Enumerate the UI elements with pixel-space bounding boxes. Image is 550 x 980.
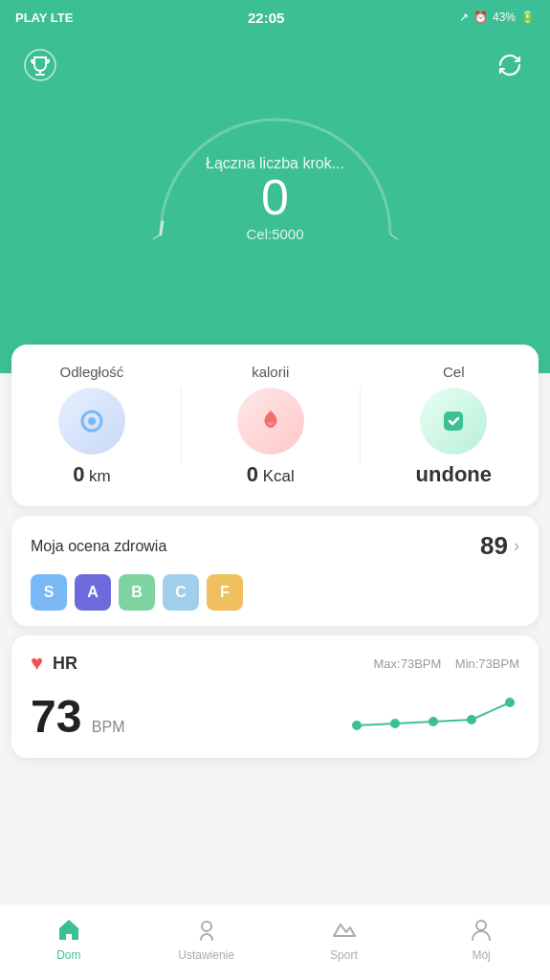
health-header: Moja ocena zdrowia 89 › xyxy=(31,531,519,561)
carrier-text: PLAY LTE xyxy=(15,11,73,25)
hr-unit: BPM xyxy=(92,719,125,735)
gauge-container: Łączna liczba krok... 0 Cel:5000 xyxy=(132,96,419,249)
svg-point-12 xyxy=(476,921,486,930)
location-icon: ↗ xyxy=(459,11,469,24)
grade-s-badge: S xyxy=(31,574,67,611)
hr-reading: 73 BPM xyxy=(31,690,125,743)
distance-stat: Odległość 0 km xyxy=(58,364,125,487)
hr-card: ♥ HR Max:73BPM Min:73BPM 73 BPM xyxy=(11,635,539,758)
divider-2 xyxy=(360,388,361,464)
sport-icon xyxy=(328,914,359,945)
bottom-nav: Dom Ustawienie Sport Mój xyxy=(0,903,550,980)
gauge-text: Łączna liczba krok... 0 Cel:5000 xyxy=(206,155,344,242)
distance-icon-circle xyxy=(58,388,125,455)
grade-b-badge: B xyxy=(119,574,155,611)
time-text: 22:05 xyxy=(248,10,284,26)
header-area xyxy=(0,34,550,86)
chevron-right-icon: › xyxy=(514,536,519,556)
nav-label-sport: Sport xyxy=(330,948,358,962)
hr-value: 73 xyxy=(31,691,81,742)
goal-icon-circle xyxy=(420,388,487,455)
grade-badges: S A B C F xyxy=(31,574,519,611)
svg-rect-5 xyxy=(444,412,463,431)
nav-item-sport[interactable]: Sport xyxy=(275,914,413,962)
nav-item-ustawienie[interactable]: Ustawienie xyxy=(138,914,275,962)
hr-title-row: ♥ HR xyxy=(31,651,77,676)
svg-point-0 xyxy=(25,50,55,80)
svg-line-1 xyxy=(153,234,161,239)
step-value: 0 xyxy=(206,172,344,222)
nav-item-moj[interactable]: Mój xyxy=(412,914,550,962)
calories-value: 0 Kcal xyxy=(247,462,295,487)
calories-icon-circle xyxy=(237,388,304,455)
distance-value: 0 km xyxy=(73,462,111,487)
hr-chart xyxy=(328,685,519,743)
stats-card: Odległość 0 km kalorii 0 Kc xyxy=(11,345,539,506)
distance-label: Odległość xyxy=(60,364,124,380)
svg-line-2 xyxy=(390,234,398,239)
svg-point-11 xyxy=(202,922,211,931)
svg-point-4 xyxy=(88,417,96,425)
hr-min: Min:73BPM xyxy=(455,657,519,671)
hero-section: Łączna liczba krok... 0 Cel:5000 xyxy=(0,86,550,373)
health-score-row[interactable]: 89 › xyxy=(480,531,519,561)
trophy-button[interactable] xyxy=(19,44,61,86)
ustawienie-icon xyxy=(191,914,222,945)
health-score-value: 89 xyxy=(480,531,508,561)
nav-item-dom[interactable]: Dom xyxy=(0,914,138,962)
grade-c-badge: C xyxy=(163,574,199,611)
calories-label: kalorii xyxy=(252,364,289,380)
grade-a-badge: A xyxy=(75,574,111,611)
divider-1 xyxy=(181,388,182,464)
heart-icon: ♥ xyxy=(31,651,43,676)
nav-label-dom: Dom xyxy=(56,948,80,962)
status-bar: PLAY LTE 22:05 ↗ ⏰ 43% 🔋 xyxy=(0,0,550,34)
calories-stat: kalorii 0 Kcal xyxy=(237,364,304,487)
health-title: Moja ocena zdrowia xyxy=(31,538,166,555)
grade-f-badge: F xyxy=(207,574,243,611)
hr-header: ♥ HR Max:73BPM Min:73BPM xyxy=(31,651,519,676)
hr-title: HR xyxy=(53,654,77,674)
alarm-icon: ⏰ xyxy=(473,11,488,24)
hr-value-row: 73 BPM xyxy=(31,685,519,743)
goal-value: undone xyxy=(416,462,492,487)
health-card: Moja ocena zdrowia 89 › S A B C F xyxy=(11,516,539,626)
nav-label-moj: Mój xyxy=(472,948,490,962)
goal-stat: Cel undone xyxy=(416,364,492,487)
hr-max: Max:73BPM xyxy=(374,657,442,671)
hr-stats: Max:73BPM Min:73BPM xyxy=(374,657,519,671)
step-goal: Cel:5000 xyxy=(206,226,344,242)
refresh-button[interactable] xyxy=(489,44,531,86)
stats-row: Odległość 0 km kalorii 0 Kc xyxy=(31,364,519,487)
battery-icon: 🔋 xyxy=(520,11,535,24)
goal-label: Cel xyxy=(443,364,465,380)
dom-icon xyxy=(54,914,84,945)
battery-text: 43% xyxy=(493,11,516,24)
moj-icon xyxy=(466,914,496,945)
nav-label-ustawienie: Ustawienie xyxy=(178,948,234,962)
battery-area: ↗ ⏰ 43% 🔋 xyxy=(459,11,535,24)
